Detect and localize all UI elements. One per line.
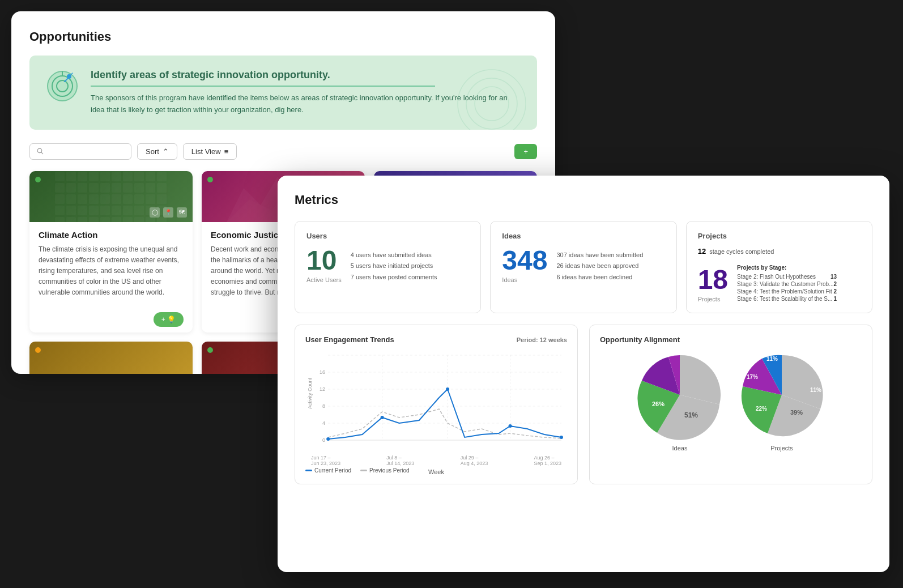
projects-main: 18 Projects Projects by Stage: Stage 2: … [698,260,861,302]
users-number: 10 Active Users [306,247,342,283]
x-label-3: Jul 29 –Aug 4, 2023 [461,455,488,466]
search-icon [37,147,44,155]
listview-icon: ≡ [224,147,229,156]
projects-pie-wrap: 39% 22% 17% 11% 11% Projects [736,350,827,451]
users-detail-1: 4 users have submitted ideas [351,250,437,261]
ideas-sublabel: Ideas [502,276,547,283]
ideas-pie-label: Ideas [672,445,688,451]
svg-text:12: 12 [320,386,325,392]
x-axis-labels: Jun 17 –Jun 23, 2023 Jul 8 –Jul 14, 2023… [305,455,567,466]
svg-point-32 [446,387,449,391]
users-details: 4 users have submitted ideas 5 users hav… [351,250,437,283]
stage-row-2: Stage 3: Validate the Customer Prob... 2 [737,280,837,288]
svg-text:17%: 17% [747,374,758,380]
search-input[interactable] [48,147,124,156]
ideas-pie-svg: 51% 26% [634,350,725,440]
add-button[interactable]: + [514,144,537,159]
ideas-number-wrap: 348 Ideas [502,247,547,283]
add-idea-button[interactable]: + 💡 [154,312,184,327]
stage-name-4: Stage 6: Test the Scalability of the S..… [737,296,832,302]
card-header-gold: ◯ 📍 1 🗺 [29,342,193,374]
projects-number: 18 [698,266,728,293]
svg-point-30 [326,437,330,441]
cycle-info: 12 stage cycles completed [698,247,861,255]
users-main: 10 Active Users 4 users have submitted i… [306,247,469,283]
svg-point-33 [509,424,512,428]
ideas-detail-3: 6 ideas have been declined [556,272,643,283]
svg-text:4: 4 [322,420,325,426]
projects-pie-svg: 39% 22% 17% 11% 11% [736,350,827,440]
alignment-title-text: Opportunity Alignment [600,335,680,344]
alignment-chart-panel: Opportunity Alignment [589,325,872,484]
ideas-main: 348 Ideas 307 ideas have been submitted … [502,247,665,283]
ideas-number: 348 [502,247,547,274]
sort-chevron-icon: ⌃ [163,147,169,156]
projects-stage: Projects by Stage: Stage 2: Flash Out Hy… [737,265,837,302]
svg-text:16: 16 [320,369,325,375]
ideas-detail-1: 307 ideas have been submitted [556,250,643,261]
card-gold[interactable]: ◯ 📍 1 🗺 [29,342,193,374]
stage-count-4: 1 [834,296,837,302]
svg-text:39%: 39% [790,409,803,416]
filter-bar: Sort ⌃ List View ≡ + [29,143,537,160]
x-label-2: Jul 8 –Jul 14, 2023 [386,455,414,466]
metric-cards-row: Users 10 Active Users 4 users have submi… [295,221,872,313]
projects-metric-card: Projects 12 stage cycles completed 18 Pr… [686,221,872,313]
card-dot-darkred [207,347,213,353]
pie-charts-container: 51% 26% Ideas [600,350,862,451]
engagement-title-text: User Engagement Trends [305,335,394,344]
x-label-1: Jun 17 –Jun 23, 2023 [311,455,340,466]
metrics-title: Metrics [295,193,872,207]
listview-button[interactable]: List View ≡ [183,143,237,160]
svg-point-7 [475,87,509,121]
card-desc-climate: The climate crisis is exposing the unequ… [39,244,184,299]
svg-point-31 [381,416,384,419]
engagement-chart-title: User Engagement Trends Period: 12 weeks [305,335,567,344]
svg-text:26%: 26% [652,400,665,407]
alignment-chart-title: Opportunity Alignment [600,335,862,344]
bottom-section: User Engagement Trends Period: 12 weeks … [295,325,872,484]
card-header-climate: ◯ 📍 🗺 [29,171,193,222]
card-footer-climate: + 💡 [29,306,193,333]
ideas-pie-wrap: 51% 26% Ideas [634,350,725,451]
stage-label: Projects by Stage: [737,265,837,271]
svg-text:11%: 11% [810,387,821,393]
card-climate-action[interactable]: ◯ 📍 🗺 Climate Action The climate crisis … [29,171,193,333]
svg-text:51%: 51% [684,411,698,419]
card-title-climate: Climate Action [39,230,184,240]
stage-row-3: Stage 4: Test the Problem/Solution Fit 2 [737,288,837,295]
week-label: Week [305,468,567,475]
users-label: Users [306,232,469,240]
cycle-count: 12 [698,247,706,255]
svg-text:22%: 22% [756,406,767,412]
listview-label: List View [191,147,221,156]
period-label: Period: 12 weeks [517,336,567,343]
projects-label: Projects [698,232,861,240]
svg-text:0: 0 [322,437,325,443]
svg-rect-12 [54,171,168,222]
svg-point-34 [560,436,563,439]
x-label-4: Aug 26 –Sep 1, 2023 [534,455,561,466]
stage-count-3: 2 [834,288,837,295]
search-box[interactable] [29,143,131,160]
line-chart-svg: 0 4 8 12 16 [305,350,567,451]
svg-text:8: 8 [322,403,325,409]
sort-label: Sort [146,147,159,156]
stage-row-1: Stage 2: Flash Out Hypotheses 13 [737,273,837,280]
ideas-detail-2: 26 ideas have been approved [556,261,643,272]
stage-count-2: 2 [834,281,837,287]
projects-sublabel: Projects [698,296,728,302]
sort-button[interactable]: Sort ⌃ [137,143,177,160]
stage-row-4: Stage 6: Test the Scalability of the S..… [737,295,837,302]
svg-point-6 [466,78,517,129]
card-dot-gold [35,347,41,353]
stage-name-3: Stage 4: Test the Problem/Solution Fit [737,288,832,295]
banner-icon [45,69,79,103]
users-metric-card: Users 10 Active Users 4 users have submi… [295,221,481,313]
projects-number-wrap: 18 Projects [698,266,728,302]
opportunities-title: Opportunities [29,29,537,44]
ideas-metric-card: Ideas 348 Ideas 307 ideas have been subm… [490,221,676,313]
metrics-panel: Metrics Users 10 Active Users 4 users ha… [278,176,889,572]
cycle-text: stage cycles completed [709,248,774,255]
users-detail-3: 7 users have posted comments [351,272,437,283]
